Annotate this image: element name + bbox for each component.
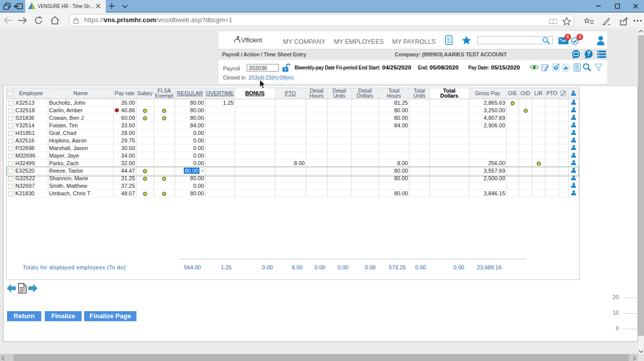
svg-text:?: ?: [587, 50, 590, 57]
